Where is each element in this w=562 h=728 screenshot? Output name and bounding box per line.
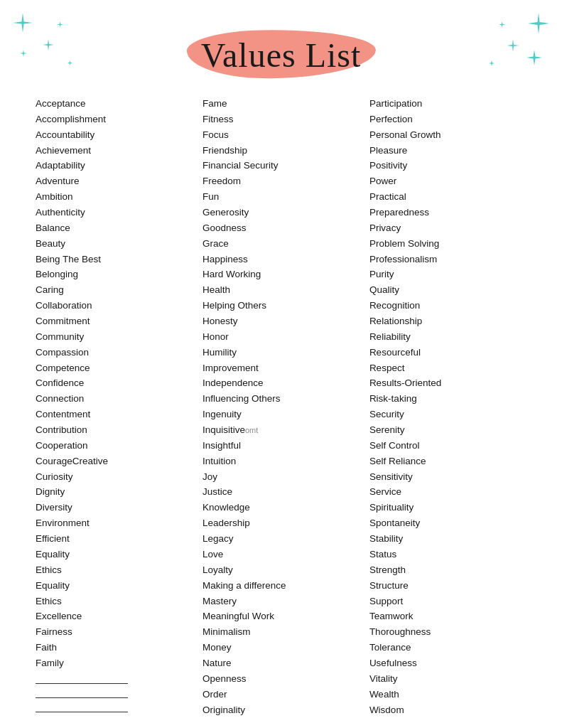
list-item: Making a difference (202, 578, 360, 594)
column-2: FameFitnessFocusFriendshipFinancial Secu… (202, 96, 360, 717)
list-item: Authenticity (36, 205, 193, 220)
list-item: Ethics (36, 562, 193, 578)
list-item: Health (202, 282, 360, 298)
list-item: Fairness (36, 624, 193, 640)
list-item: Friendship (202, 143, 360, 159)
list-item: Adaptability (36, 158, 193, 173)
list-item: Generosity (202, 205, 360, 220)
list-item: Originality (202, 702, 360, 718)
list-item: Belonging (36, 267, 193, 282)
list-item: Collaboration (36, 298, 193, 314)
list-item: Diversity (36, 500, 193, 515)
list-item: Leadership (202, 515, 360, 531)
list-item: Wealth (369, 687, 526, 702)
sparkle-small (20, 50, 27, 57)
list-item: Fun (202, 189, 360, 205)
list-item: Knowledge (202, 500, 360, 515)
blank-line (36, 685, 128, 698)
list-item: Participation (369, 96, 526, 112)
list-item: Structure (369, 578, 526, 594)
list-item: Inquisitiveomt (202, 422, 360, 438)
list-item: Results-Oriented (369, 375, 526, 391)
list-item: Ingenuity (202, 407, 360, 422)
list-item: Problem Solving (369, 236, 526, 252)
list-item: Purity (369, 267, 526, 282)
list-item: Competence (36, 360, 193, 376)
list-item: Relationship (369, 314, 526, 329)
column-1: AcceptanceAccomplishmentAccountabilityAc… (36, 96, 193, 717)
list-item: Ambition (36, 189, 193, 205)
list-item: Efficient (36, 531, 193, 547)
sparkle-decoration (13, 13, 33, 33)
list-item: Vitality (369, 671, 526, 687)
list-item: Environment (36, 515, 193, 531)
list-item: Teamwork (369, 609, 526, 624)
list-item: Grace (202, 236, 360, 252)
list-item: Love (202, 547, 360, 562)
column-3: ParticipationPerfectionPersonal GrowthPl… (369, 96, 526, 717)
list-item: Independence (202, 375, 360, 391)
blank-line (36, 671, 128, 684)
list-item: Preparedness (369, 205, 526, 220)
list-item: Accountability (36, 127, 193, 143)
list-item: Freedom (202, 173, 360, 189)
list-item: Curiosity (36, 469, 193, 485)
list-item: Community (36, 329, 193, 345)
list-item: Self Control (369, 438, 526, 454)
list-item: Dignity (36, 484, 193, 500)
blank-line (36, 700, 128, 712)
list-item: Achievement (36, 143, 193, 159)
list-item: Intuition (202, 454, 360, 469)
list-item: Perfection (369, 112, 526, 127)
list-item: Nature (202, 655, 360, 671)
list-item: CourageCreative (36, 454, 193, 469)
list-item: Mastery (202, 594, 360, 609)
list-item: Minimalism (202, 624, 360, 640)
list-item: Cooperation (36, 438, 193, 454)
list-item: Financial Security (202, 158, 360, 173)
list-item: Respect (369, 360, 526, 376)
list-item: Loyalty (202, 562, 360, 578)
list-item: Personal Growth (369, 127, 526, 143)
list-item: Insightful (202, 438, 360, 454)
list-item: Confidence (36, 375, 193, 391)
list-item: Strength (369, 562, 526, 578)
list-item: Influencing Others (202, 391, 360, 407)
list-item: Usefulness (369, 655, 526, 671)
list-item: Balance (36, 220, 193, 236)
list-item: Fame (202, 96, 360, 112)
list-item: Honesty (202, 314, 360, 329)
content-area: AcceptanceAccomplishmentAccountabilityAc… (36, 96, 526, 717)
list-item: Practical (369, 189, 526, 205)
list-item: Positivity (369, 158, 526, 173)
list-item: Risk-taking (369, 391, 526, 407)
list-item: Goodness (202, 220, 360, 236)
list-item: Power (369, 173, 526, 189)
list-item: Spontaneity (369, 515, 526, 531)
list-item: Family (36, 655, 193, 671)
sparkle-decoration (528, 13, 549, 34)
list-item: Joy (202, 469, 360, 485)
list-item: Recognition (369, 298, 526, 314)
list-item: Honor (202, 329, 360, 345)
list-item: Security (369, 407, 526, 422)
list-item: Spirituality (369, 500, 526, 515)
list-item: Pleasure (369, 143, 526, 159)
sparkle-small (526, 50, 542, 65)
list-item: Contribution (36, 422, 193, 438)
list-item: Equality (36, 547, 193, 562)
list-item: Privacy (369, 220, 526, 236)
list-item: Focus (202, 127, 360, 143)
list-item: Quality (369, 282, 526, 298)
list-item: Adventure (36, 173, 193, 189)
list-item: Legacy (202, 531, 360, 547)
list-item: Acceptance (36, 96, 193, 112)
list-item: Ethics (36, 594, 193, 609)
list-item: Order (202, 687, 360, 702)
title-area: Values List (36, 36, 526, 75)
list-item: Service (369, 484, 526, 500)
list-item: Contentment (36, 407, 193, 422)
list-item: Equality (36, 578, 193, 594)
list-item: Thoroughness (369, 624, 526, 640)
list-item: Resourceful (369, 345, 526, 360)
